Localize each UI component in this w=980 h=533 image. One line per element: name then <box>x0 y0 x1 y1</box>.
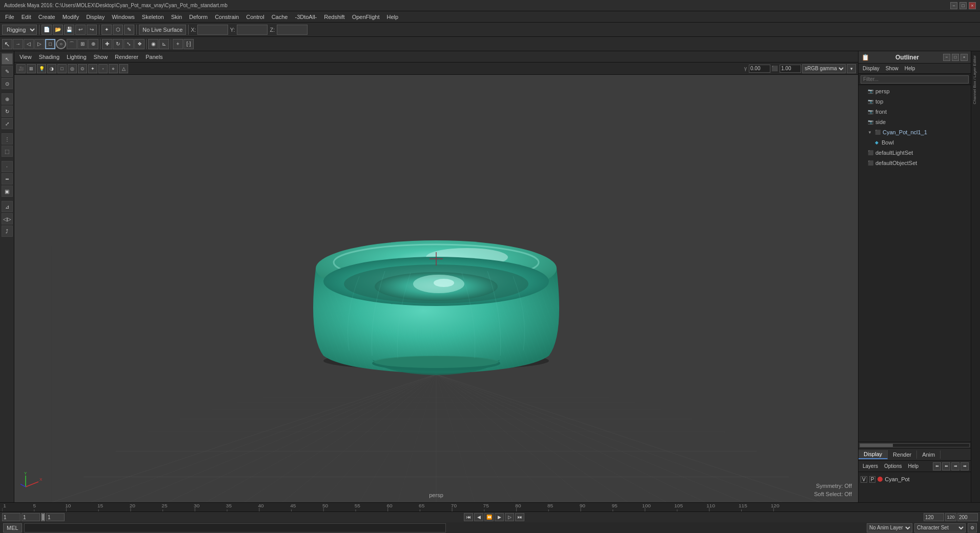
vt2-deform-btn[interactable]: ⋄ <box>109 64 118 73</box>
panel-close-btn[interactable]: × <box>961 54 968 61</box>
menu-file[interactable]: File <box>2 13 17 21</box>
rotate-right-btn[interactable]: ▷ <box>34 39 45 49</box>
outliner-search-input[interactable] <box>861 75 969 84</box>
exposure-input[interactable] <box>780 65 801 73</box>
vt2-wire-btn[interactable]: □ <box>57 64 67 73</box>
scroll-track[interactable] <box>860 443 970 447</box>
layer-icon-1[interactable]: ⬅ <box>933 462 941 470</box>
rigging-select[interactable]: Rigging <box>2 25 37 35</box>
menu-control[interactable]: Control <box>243 13 267 21</box>
vp-menu-renderer[interactable]: Renderer <box>113 53 140 60</box>
timeline-ruler[interactable]: 1 5 10 15 20 25 30 35 40 45 <box>0 503 980 512</box>
ol-menu-help[interactable]: Help <box>903 65 917 72</box>
layer-icon-3[interactable]: ➡ <box>951 462 959 470</box>
circle-select-btn[interactable]: ○ <box>56 39 66 49</box>
rotate-tool-btn[interactable]: ↻ <box>2 106 13 117</box>
tree-item-top[interactable]: 📷 top <box>859 96 971 107</box>
layer-v[interactable]: V <box>861 476 867 483</box>
tab-render[interactable]: Render <box>888 450 917 459</box>
vt2-cam-btn[interactable]: 🎥 <box>16 64 26 73</box>
play-fwd-btn[interactable]: ▶ <box>495 513 504 521</box>
plus-btn[interactable]: + <box>173 39 183 49</box>
mel-mode-btn[interactable]: MEL <box>3 523 22 532</box>
bevel-btn[interactable]: ◁▷ <box>2 213 13 224</box>
extrude-btn[interactable]: ⤴ <box>2 225 13 237</box>
viewport-canvas[interactable]: persp Symmetry: Off Soft Select: Off X Y <box>14 75 858 502</box>
layer-icon-4[interactable]: ➡ <box>961 462 969 470</box>
layer-p[interactable]: P <box>869 476 876 483</box>
go-start-btn[interactable]: ⏮ <box>464 513 473 521</box>
gamma-input[interactable] <box>749 65 770 73</box>
colorspace-arrow[interactable]: ▾ <box>847 64 856 73</box>
vp-menu-show[interactable]: Show <box>92 53 110 60</box>
layers-help-menu[interactable]: Help <box>906 463 921 469</box>
bracket-btn[interactable]: [·] <box>183 39 194 49</box>
play-back-btn[interactable]: ⏪ <box>484 513 494 521</box>
vt2-shading-btn[interactable]: ◑ <box>47 64 56 73</box>
tab-display[interactable]: Display <box>859 450 888 459</box>
undo-btn[interactable]: ↩ <box>75 25 86 35</box>
start-frame-input[interactable] <box>2 513 21 521</box>
menu-skin[interactable]: Skin <box>168 13 185 21</box>
vp-menu-panels[interactable]: Panels <box>144 53 165 60</box>
vt2-poly-btn[interactable]: △ <box>119 64 128 73</box>
character-set-select[interactable]: Character Set <box>914 523 966 532</box>
ol-menu-display[interactable]: Display <box>861 65 882 72</box>
bb-settings-icon[interactable]: ⚙ <box>968 523 977 532</box>
scroll-thumb[interactable] <box>860 444 893 447</box>
layer-icon-2[interactable]: ⬅ <box>942 462 950 470</box>
menu-3dtall[interactable]: -3DtoAll- <box>292 13 320 21</box>
paint-btn[interactable]: ✎ <box>124 25 134 35</box>
maximize-button[interactable]: □ <box>959 2 967 9</box>
step-back-btn[interactable]: ◀ <box>474 513 483 521</box>
no-live-surface[interactable]: No Live Surface <box>139 25 186 35</box>
menu-help[interactable]: Help <box>383 13 401 21</box>
snap-btn[interactable]: ⋮ <box>2 133 13 145</box>
anim-end-input[interactable] <box>957 513 978 521</box>
select-btn[interactable]: ✦ <box>101 25 112 35</box>
outliner-tree[interactable]: 📷 persp 📷 top 📷 front 📷 side ▼ ⬛ <box>859 85 971 442</box>
channel-box-btn[interactable]: Channel Box / Layer Editor <box>972 53 979 107</box>
new-scene-btn[interactable]: 📄 <box>42 25 52 35</box>
vp-menu-shading[interactable]: Shading <box>37 53 62 60</box>
menu-skeleton[interactable]: Skeleton <box>139 13 167 21</box>
edge-mode-btn[interactable]: ━ <box>2 173 13 184</box>
tree-item-light-set[interactable]: ⬛ defaultLightSet <box>859 148 971 158</box>
universal-manip-btn[interactable]: ❖ <box>134 39 145 49</box>
render-region-btn[interactable]: ⬚ <box>2 146 13 157</box>
open-btn[interactable]: 📂 <box>53 25 63 35</box>
z-coord[interactable] <box>277 25 308 35</box>
rotate-btn[interactable]: ↻ <box>113 39 123 49</box>
menu-create[interactable]: Create <box>35 13 58 21</box>
options-menu[interactable]: Options <box>882 463 904 469</box>
tree-item-front[interactable]: 📷 front <box>859 107 971 117</box>
sculpt-btn[interactable]: ⊾ <box>159 39 169 49</box>
menu-modify[interactable]: Modify <box>59 13 82 21</box>
step-fwd-btn[interactable]: ▷ <box>505 513 514 521</box>
select-mode-btn[interactable]: ↖ <box>2 39 12 49</box>
scale-btn[interactable]: ⤡ <box>124 39 134 49</box>
vt2-xray-btn[interactable]: ✦ <box>88 64 97 73</box>
panel-maximize-btn[interactable]: □ <box>952 54 959 61</box>
layers-menu[interactable]: Layers <box>861 463 880 469</box>
vp-menu-lighting[interactable]: Lighting <box>65 53 89 60</box>
tree-item-cyan-pot[interactable]: ▼ ⬛ Cyan_Pot_ncl1_1 <box>859 127 971 137</box>
tree-item-object-set[interactable]: ⬛ defaultObjectSet <box>859 158 971 168</box>
go-end-btn[interactable]: ⏭ <box>515 513 524 521</box>
frame-range-btn[interactable]: 120 <box>945 513 956 521</box>
vt2-isolate-btn[interactable]: ⊙ <box>78 64 87 73</box>
move-tool-btn[interactable]: ⊕ <box>2 93 13 105</box>
lasso-btn[interactable]: ⬡ <box>113 25 123 35</box>
command-input[interactable] <box>24 523 446 532</box>
menu-constrain[interactable]: Constrain <box>212 13 242 21</box>
rotate-left-btn[interactable]: ◁ <box>24 39 34 49</box>
x-coord[interactable] <box>197 25 228 35</box>
lasso-select-btn[interactable]: ⌒ <box>67 39 77 49</box>
current-frame-input[interactable] <box>22 513 40 521</box>
vert-mode-btn[interactable]: · <box>2 161 13 172</box>
ol-menu-show[interactable]: Show <box>884 65 901 72</box>
anim-layer-select[interactable]: No Anim Layer <box>867 523 912 532</box>
colorspace-select[interactable]: sRGB gamma <box>802 64 846 73</box>
face-mode-btn[interactable]: ▣ <box>2 186 13 197</box>
crease-btn[interactable]: ⊿ <box>2 201 13 212</box>
